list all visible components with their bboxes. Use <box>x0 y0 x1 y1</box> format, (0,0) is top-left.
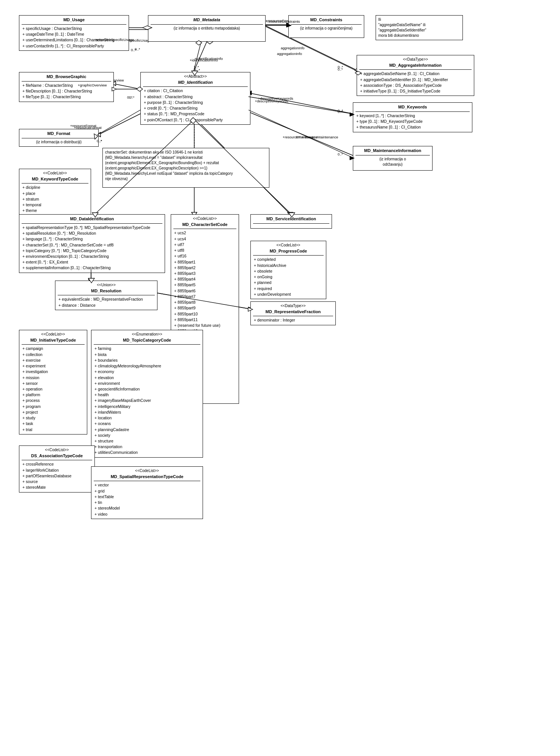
union-resolution-box: <<Union>> MD_Resolution + equivalentScal… <box>55 281 157 310</box>
codelist-spatialreptype-box: <<CodeList>> MD_SpatialRepresentationTyp… <box>91 466 203 519</box>
union-resolution-title: MD_Resolution <box>58 288 155 296</box>
svg-text:+descriptiveKeywords: +descriptiveKeywords <box>258 96 293 100</box>
svg-line-61 <box>249 97 352 114</box>
codelist-initiativetype-title: MD_InitiativeTypeCode <box>22 337 85 345</box>
md-format-box: MD_Format (iz informacija o distribuciji… <box>19 129 99 147</box>
codelist-keywordtype-attrs: + dicipline + place + stratum + temporal… <box>22 185 88 213</box>
md-metadata-subtitle: (iz informacija o entitetu metapodataka) <box>151 26 263 31</box>
codelist-progresscode-attrs: + completed + historicalArchive + obsole… <box>253 257 324 297</box>
codelist-initiativetype-stereotype: <<CodeList>> <box>22 332 85 337</box>
md-usage-attrs: + specificUsage : CharacterString + usag… <box>22 26 126 49</box>
md-aggregate-attrs: + aggregateDataSetName [0..1] : CI_Citat… <box>359 71 472 94</box>
codelist-keywordtype-box: <<CodeList>> MD_KeywordTypeCode + dicipl… <box>19 169 91 216</box>
datatype-repfraction-title: MD_RepresentativeFraction <box>253 309 333 317</box>
md-metadata-title: MD_Metadata <box>151 17 263 25</box>
codelist-assoctype-stereotype: <<CodeList>> <box>22 447 92 453</box>
note-aggregate-box: Ili"aggregateDataSetName" ili"aggregateD… <box>376 15 463 40</box>
enum-topiccategory-stereotype: <<Enumeration>> <box>94 332 200 337</box>
md-usage-title: MD_Usage <box>22 17 126 25</box>
md-serviceidentification-title: MD_ServiceIdentification <box>253 216 329 224</box>
svg-text:0.*  +resourceMaintenance: 0.* +resourceMaintenance <box>296 135 338 139</box>
md-aggregate-title: MD_AggregateInformation <box>359 63 472 70</box>
datatype-repfraction-attrs: + denominator : Integer <box>253 317 333 323</box>
diagram-container: +resourceSpecificUsage 0..* +identificat… <box>0 0 560 756</box>
codelist-keywordtype-stereotype: <<CodeList>> <box>22 171 88 176</box>
codelist-charset-title: MD_CharacterSetCode <box>173 222 236 229</box>
md-browsegraphic-box: MD_BrowseGraphic + fileName : CharacterS… <box>19 72 114 102</box>
note-charset-text: characterSet: dokumentiran ako se ISO 10… <box>105 150 267 182</box>
md-maintenanceinfo-subtitle: (iz informacija oodržavanju) <box>356 157 430 168</box>
md-dataidentification-title: MD_DataIdentification <box>22 216 162 224</box>
md-constraints-subtitle: (iz informacija o ograničenjima) <box>291 26 362 31</box>
svg-text:1..*: 1..* <box>195 68 200 72</box>
md-maintenanceinfo-title: MD_MaintenanceInformation <box>356 148 430 155</box>
codelist-progresscode-stereotype: <<CodeList>> <box>253 243 324 248</box>
md-keywords-box: MD_Keywords + keyword [1..*] : Character… <box>353 102 472 132</box>
md-keywords-attrs: + keyword [1..*] : CharacterString + typ… <box>356 113 470 130</box>
svg-text:aggregationInfo: aggregationInfo <box>277 52 302 56</box>
md-metadata-box: MD_Metadata (iz informacija o entitetu m… <box>148 15 266 42</box>
svg-line-49 <box>193 42 201 72</box>
md-dataidentification-attrs: + spatialRepresentationType [0..*]: MD_S… <box>22 225 162 271</box>
md-browsegraphic-attrs: + fileName : CharacterString + fileDescr… <box>22 83 111 100</box>
svg-text:1..*: 1..* <box>193 65 199 69</box>
codelist-initiativetype-attrs: + campaign + collection + exercise + exp… <box>22 346 85 432</box>
md-identification-attrs: + citation : CI_Citation + abstract : Ch… <box>143 88 248 122</box>
md-format-subtitle: (iz informacija o distribuciji) <box>22 140 96 145</box>
svg-line-4 <box>193 42 207 72</box>
md-keywords-title: MD_Keywords <box>356 104 470 112</box>
md-constraints-box: MD_Constraints (iz informacija o ogranič… <box>288 15 364 38</box>
md-browsegraphic-title: MD_BrowseGraphic <box>22 74 111 82</box>
svg-line-24 <box>99 114 140 135</box>
svg-text:0..*: 0..* <box>338 65 343 69</box>
md-dataidentification-box: MD_DataIdentification + spatialRepresent… <box>19 214 165 273</box>
svg-text:0..*: 0..* <box>129 95 135 99</box>
codelist-keywordtype-title: MD_KeywordTypeCode <box>22 176 88 184</box>
md-identification-box: <<Abstract>> MD_Identification + citatio… <box>140 72 250 125</box>
codelist-initiativetype-box: <<CodeList>> MD_InitiativeTypeCode + cam… <box>19 330 87 434</box>
md-usage-box: MD_Usage + specificUsage : CharacterStri… <box>19 15 129 51</box>
codelist-assoctype-title: DS_AssociationTypeCode <box>22 453 92 461</box>
enum-topiccategory-title: MD_TopicCategoryCode <box>94 337 200 345</box>
md-identification-title: MD_Identification <box>143 80 248 87</box>
md-aggregate-box: <<DataType>> MD_AggregateInformation + a… <box>357 55 474 96</box>
md-identification-stereotype: <<Abstract>> <box>143 74 248 80</box>
union-resolution-attrs: + equivalentScale : MD_RepresentativeFra… <box>58 296 155 308</box>
svg-text:0..*: 0..* <box>338 152 343 156</box>
codelist-charset-stereotype: <<CodeList>> <box>173 216 236 222</box>
note-aggregate-text: Ili"aggregateDataSetName" ili"aggregateD… <box>378 17 460 38</box>
svg-text:0..*: 0..* <box>338 67 343 71</box>
svg-text:+identificationInfo: +identificationInfo <box>190 58 218 62</box>
union-resolution-stereotype: <<Union>> <box>58 282 155 288</box>
datatype-repfraction-stereotype: <<DataType>> <box>253 303 333 309</box>
codelist-spatialreptype-stereotype: <<CodeList>> <box>94 468 200 474</box>
md-serviceidentification-box: MD_ServiceIdentification <box>250 214 332 229</box>
note-charset-box: characterSet: dokumentiran ako se ISO 10… <box>102 148 269 188</box>
svg-text:0..*: 0..* <box>127 95 133 99</box>
codelist-spatialreptype-attrs: + vector + grid + textTable + tin + ster… <box>94 482 200 517</box>
svg-text:0..*: 0..* <box>338 108 343 113</box>
svg-text:+identificationInfo: +identificationInfo <box>195 56 223 61</box>
svg-text:+descriptiveKeywords: +descriptiveKeywords <box>255 99 288 103</box>
codelist-assoctype-box: <<CodeList>> DS_AssociationTypeCode + cr… <box>19 445 95 492</box>
codelist-progresscode-box: <<CodeList>> MD_ProgressCode + completed… <box>250 241 326 299</box>
svg-text:aggregationInfo: aggregationInfo <box>281 46 305 50</box>
md-format-title: MD_Format <box>22 131 96 138</box>
md-constraints-title: MD_Constraints <box>291 17 362 25</box>
md-maintenanceinfo-box: MD_MaintenanceInformation (iz informacij… <box>353 146 433 171</box>
codelist-assoctype-attrs: + crossReference + largerWorkCitation + … <box>22 461 92 490</box>
codelist-spatialreptype-title: MD_SpatialRepresentationTypeCode <box>94 474 200 482</box>
svg-text:0..*: 0..* <box>338 110 343 114</box>
svg-line-20 <box>249 93 353 114</box>
svg-text:+resourceFormat: +resourceFormat <box>70 124 96 128</box>
svg-text:0..*: 0..* <box>131 48 137 52</box>
md-aggregate-stereotype: <<DataType>> <box>359 57 472 63</box>
svg-line-16 <box>112 83 140 89</box>
codelist-progresscode-title: MD_ProgressCode <box>253 248 324 256</box>
enum-topiccategory-attrs: + farming + biota + boundaries + climato… <box>94 346 200 455</box>
svg-text:0..*: 0..* <box>135 47 140 51</box>
datatype-repfraction-box: <<DataType>> MD_RepresentativeFraction +… <box>250 301 336 325</box>
svg-line-69 <box>97 110 140 135</box>
svg-text:+resourceMaintenance: +resourceMaintenance <box>283 135 318 139</box>
enum-topiccategory-box: <<Enumeration>> MD_TopicCategoryCode + f… <box>91 330 203 458</box>
